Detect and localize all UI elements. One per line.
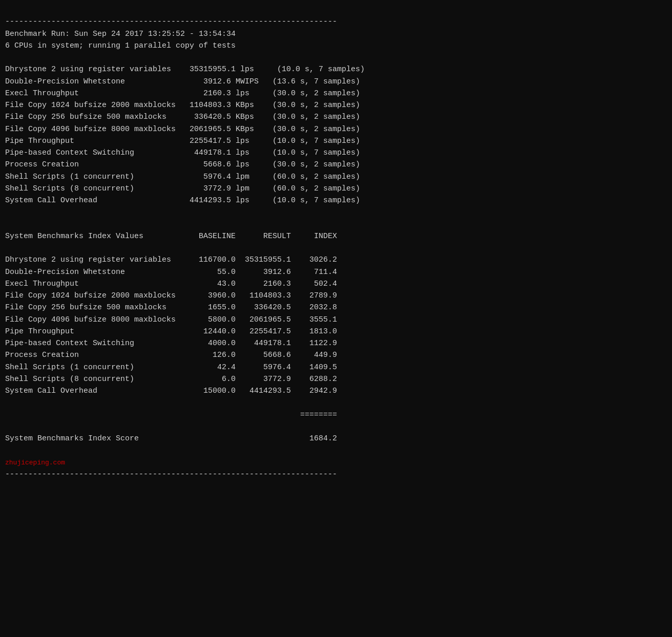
top-divider: ----------------------------------------…	[5, 17, 337, 26]
score-row: System Benchmarks Index Score 1684.2	[5, 434, 337, 443]
equals-line: ========	[5, 411, 337, 419]
benchmark-run-rows: Dhrystone 2 using register variables 353…	[5, 65, 365, 205]
index-rows-container: Dhrystone 2 using register variables 116…	[5, 256, 337, 395]
terminal: ----------------------------------------…	[0, 0, 672, 637]
header-line2: 6 CPUs in system; running 1 parallel cop…	[5, 41, 236, 50]
bottom-divider: ----------------------------------------…	[5, 470, 337, 479]
watermark: zhujiceping.com	[5, 459, 67, 466]
header-line1: Benchmark Run: Sun Sep 24 2017 13:25:52 …	[5, 30, 236, 38]
index-header-row: System Benchmarks Index Values BASELINE …	[5, 232, 337, 241]
